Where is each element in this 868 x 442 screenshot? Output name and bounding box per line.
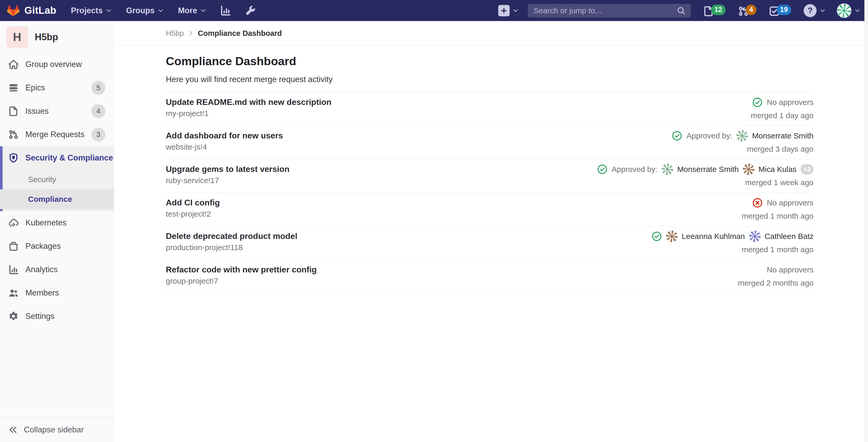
approver-avatar [666, 231, 678, 242]
chevron-right-icon [187, 30, 194, 37]
package-icon [8, 241, 19, 252]
chevron-down-icon [106, 8, 112, 13]
merge-request-icon [8, 129, 19, 140]
mr-approval-line: No approvers [767, 264, 813, 275]
mr-title-link[interactable]: Add dashboard for new users [166, 130, 283, 141]
mr-title-link[interactable]: Refactor code with new prettier config [166, 264, 317, 275]
mr-approval-info: Approved by:Monserrate SmithMica Kulas+2… [597, 164, 813, 188]
sidebar-item-kubernetes[interactable]: Kubernetes [0, 211, 114, 235]
mr-title-link[interactable]: Upgrade gems to latest version [166, 164, 289, 175]
mr-title-link[interactable]: Update README.md with new description [166, 97, 331, 108]
sidebar-item-security-compliance[interactable]: Security & Compliance [0, 146, 114, 170]
mr-row: Update README.md with new descriptionmy-… [166, 92, 813, 126]
extra-approvers-badge: +2 [801, 164, 813, 175]
gitlab-logo-icon[interactable] [7, 4, 20, 17]
mr-approval-line: Approved by:Monserrate Smith [672, 130, 813, 142]
sidebar-item-label: Security & Compliance [25, 153, 113, 163]
check-circle-icon [652, 231, 662, 241]
sidebar-item-label: Members [25, 288, 59, 298]
admin-wrench-icon[interactable] [245, 5, 256, 16]
epics-icon [8, 83, 19, 93]
todos-count-badge: 19 [777, 5, 791, 15]
page-scrollbar[interactable] [864, 0, 868, 442]
group-sidebar: H H5bp Group overviewEpics5Issues4Merge … [0, 21, 114, 442]
members-icon [8, 288, 19, 298]
sidebar-item-label: Kubernetes [25, 218, 67, 228]
approver-name: Monserrate Smith [752, 131, 813, 140]
approver-avatar [737, 130, 748, 142]
navbar-menus: ProjectsGroupsMore [56, 6, 206, 15]
navbar-menu-groups[interactable]: Groups [126, 6, 163, 15]
approver-avatar [743, 164, 754, 175]
mr-title-link[interactable]: Delete deprecated product model [166, 231, 298, 242]
mr-reference: website-js!4 [166, 141, 283, 152]
sidebar-item-packages[interactable]: Packages [0, 235, 114, 258]
mr-approval-info: Leeanna KuhlmanCathleen Batzmerged 1 mon… [652, 231, 813, 255]
page-title: Compliance Dashboard [166, 55, 813, 68]
help-menu[interactable]: ? [804, 4, 826, 17]
mr-row: Upgrade gems to latest versionruby-servi… [166, 159, 813, 193]
sidebar-item-analytics[interactable]: Analytics [0, 258, 114, 281]
check-circle-icon [672, 130, 682, 141]
mr-title-link[interactable]: Add CI config [166, 197, 220, 208]
breadcrumb-group-link[interactable]: H5bp [166, 29, 184, 38]
mr-approval-line: Leeanna KuhlmanCathleen Batz [652, 231, 813, 242]
mr-info: Upgrade gems to latest versionruby-servi… [166, 164, 289, 186]
user-avatar [837, 3, 851, 18]
mr-reference: group-project!7 [166, 275, 317, 287]
sidebar-item-group-overview[interactable]: Group overview [0, 53, 114, 76]
new-item-button[interactable]: + [498, 5, 519, 17]
approver-avatar [662, 164, 673, 175]
user-menu[interactable] [837, 3, 860, 18]
mr-info: Delete deprecated product modelproductio… [166, 231, 298, 253]
sidebar-subitem-compliance[interactable]: Compliance [0, 189, 114, 209]
sidebar-section-security-compliance: Security & ComplianceSecurityCompliance [0, 146, 114, 211]
sidebar-submenu: SecurityCompliance [0, 170, 114, 211]
check-circle-icon [752, 97, 763, 108]
mr-merged-time: merged 1 month ago [742, 210, 813, 222]
approved-by-label: Approved by: [612, 165, 657, 174]
brand-wordmark[interactable]: GitLab [24, 5, 56, 16]
double-chevron-left-icon [8, 425, 18, 435]
issues-icon [8, 106, 19, 116]
breadcrumb-current: Compliance Dashboard [198, 29, 282, 38]
sidebar-item-members[interactable]: Members [0, 281, 114, 305]
sidebar-item-label: Packages [25, 241, 61, 251]
sidebar-count-badge: 4 [91, 104, 105, 118]
sidebar-nav: Group overviewEpics5Issues4Merge Request… [0, 53, 114, 417]
approver-name: Leeanna Kuhlman [682, 232, 745, 241]
sidebar-subitem-security[interactable]: Security [0, 170, 114, 189]
no-approvers-label: No approvers [767, 265, 813, 274]
todos-counter-button[interactable]: 19 [769, 5, 791, 17]
sidebar-item-issues[interactable]: Issues4 [0, 99, 114, 123]
cloud-gear-icon [8, 217, 19, 228]
mr-reference: my-project!1 [166, 108, 331, 119]
sidebar-item-label: Issues [25, 107, 49, 116]
mr-approval-info: No approversmerged 1 day ago [751, 97, 813, 121]
search-icon[interactable] [677, 6, 686, 15]
mr-reference: production-project!118 [166, 242, 298, 253]
sidebar-item-label: Epics [25, 83, 45, 92]
sidebar-item-settings[interactable]: Settings [0, 305, 114, 328]
merge-requests-counter-button[interactable]: 4 [738, 5, 756, 17]
chevron-down-icon [513, 8, 519, 13]
sidebar-item-label: Merge Requests [25, 130, 84, 139]
mr-reference: ruby-service!17 [166, 175, 289, 186]
activity-chart-icon[interactable] [220, 5, 231, 16]
sidebar-item-merge-requests[interactable]: Merge Requests3 [0, 123, 114, 146]
check-circle-icon [597, 164, 608, 175]
group-context-header[interactable]: H H5bp [0, 21, 114, 53]
navbar-menu-projects[interactable]: Projects [71, 6, 111, 15]
chevron-down-icon [158, 8, 163, 13]
group-avatar: H [6, 26, 28, 48]
search-input[interactable] [533, 6, 677, 15]
approver-name: Monserrate Smith [677, 165, 739, 174]
collapse-sidebar-button[interactable]: Collapse sidebar [0, 417, 114, 442]
sidebar-item-epics[interactable]: Epics5 [0, 76, 114, 99]
navbar-menu-label: Groups [126, 6, 155, 15]
chevron-down-icon [820, 8, 826, 13]
navbar-menu-more[interactable]: More [178, 6, 206, 15]
issues-counter-button[interactable]: 12 [703, 5, 725, 17]
sidebar-item-label: Settings [25, 312, 55, 321]
mr-info: Refactor code with new prettier configgr… [166, 264, 317, 287]
